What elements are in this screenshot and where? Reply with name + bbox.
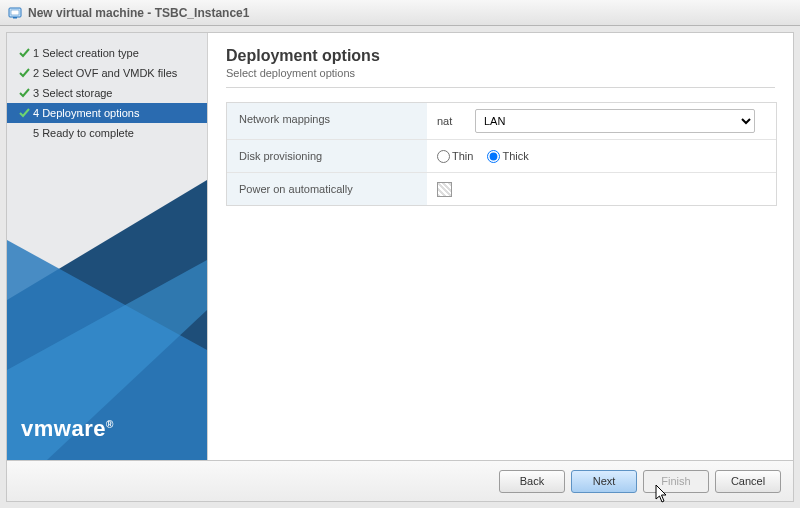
check-icon [17,88,31,99]
step-label: 5 Ready to complete [33,127,134,139]
power-on-checkbox[interactable] [437,182,452,197]
window-title: New virtual machine - TSBC_Instance1 [28,6,249,20]
step-2[interactable]: 2 Select OVF and VMDK files [7,63,207,83]
thick-label: Thick [502,150,528,162]
network-dropdown[interactable]: LAN [475,109,755,133]
options-table: Network mappings nat LAN Disk provisioni… [226,102,777,206]
nat-label: nat [437,115,467,127]
row-disk-provisioning: Disk provisioning Thin Thick [227,140,776,173]
thin-label: Thin [452,150,473,162]
thin-radio[interactable] [437,150,450,163]
thin-radio-wrap[interactable]: Thin [437,150,473,163]
vm-icon [8,6,22,20]
cancel-button[interactable]: Cancel [715,470,781,493]
step-label: 3 Select storage [33,87,113,99]
sidebar-decoration: vmware® [7,180,207,460]
step-label: 2 Select OVF and VMDK files [33,67,177,79]
logo-text: vmware [21,416,106,441]
step-1[interactable]: 1 Select creation type [7,43,207,63]
registered-icon: ® [106,419,114,430]
row-network-mappings: Network mappings nat LAN [227,103,776,140]
wizard-sidebar: 1 Select creation type 2 Select OVF and … [7,33,208,460]
thick-radio[interactable] [487,150,500,163]
step-bullet [17,127,31,139]
svg-rect-1 [11,10,19,15]
finish-button: Finish [643,470,709,493]
titlebar: New virtual machine - TSBC_Instance1 [0,0,800,26]
check-icon [17,68,31,79]
step-label: 4 Deployment options [33,107,139,119]
check-icon [17,48,31,59]
step-label: 1 Select creation type [33,47,139,59]
network-mappings-label: Network mappings [227,103,427,139]
vmware-logo: vmware® [21,416,114,442]
thick-radio-wrap[interactable]: Thick [487,150,528,163]
main-panel: Deployment options Select deployment opt… [208,33,793,460]
next-button[interactable]: Next [571,470,637,493]
divider [226,87,775,88]
step-4-active[interactable]: 4 Deployment options [7,103,207,123]
power-on-label: Power on automatically [227,173,427,205]
step-3[interactable]: 3 Select storage [7,83,207,103]
check-icon [17,108,31,119]
svg-rect-2 [13,17,17,19]
wizard-steps: 1 Select creation type 2 Select OVF and … [7,33,207,143]
back-button[interactable]: Back [499,470,565,493]
page-heading: Deployment options [226,47,775,65]
footer: Back Next Finish Cancel [7,460,793,501]
disk-provisioning-label: Disk provisioning [227,140,427,172]
row-power-on: Power on automatically [227,173,776,205]
page-subtitle: Select deployment options [226,67,775,79]
dialog-body: 1 Select creation type 2 Select OVF and … [0,26,800,508]
step-5[interactable]: 5 Ready to complete [7,123,207,143]
